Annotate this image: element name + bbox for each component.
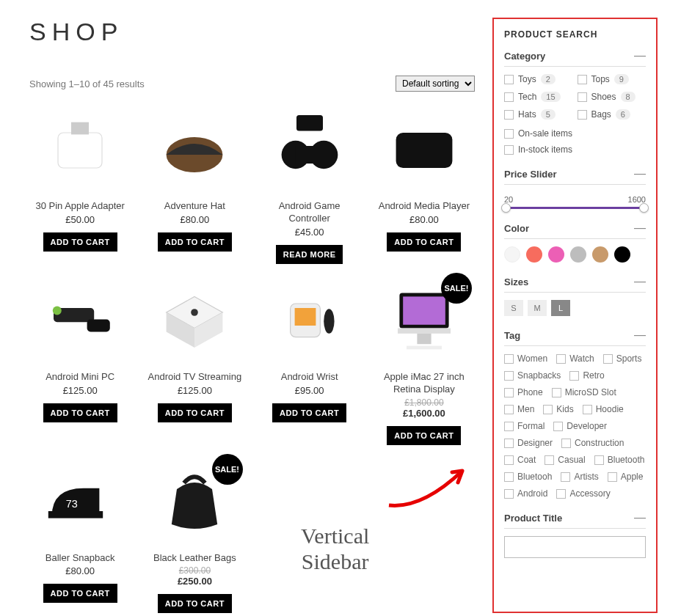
tag-option[interactable]: Construction (561, 438, 624, 448)
size-option[interactable]: L (551, 300, 570, 316)
checkbox-icon[interactable] (504, 92, 514, 102)
product-image[interactable]: 73 (29, 458, 131, 546)
tag-option[interactable]: Retro (569, 370, 604, 381)
color-swatch[interactable] (504, 246, 520, 263)
size-option[interactable]: S (504, 300, 523, 316)
product-name[interactable]: 30 Pin Apple Adapter (29, 200, 131, 213)
checkbox-icon[interactable] (553, 422, 563, 431)
tag-option[interactable]: Phone (504, 387, 543, 397)
collapse-icon[interactable]: — (634, 222, 646, 234)
add-to-cart-button[interactable]: ADD TO CART (43, 403, 117, 422)
tag-option[interactable]: Hoodie (583, 404, 624, 414)
size-option[interactable]: M (528, 300, 547, 316)
checkbox-icon[interactable] (504, 422, 514, 431)
add-to-cart-button[interactable]: ADD TO CART (158, 594, 232, 613)
read-more-button[interactable]: READ MORE (276, 245, 343, 264)
add-to-cart-button[interactable]: ADD TO CART (272, 403, 346, 422)
color-swatch[interactable] (614, 246, 630, 263)
tag-option[interactable]: Men (504, 404, 534, 414)
tag-option[interactable]: Android (504, 488, 547, 499)
checkbox-icon[interactable] (583, 405, 592, 414)
sort-select[interactable]: Default sorting (396, 76, 475, 92)
checkbox-icon[interactable] (504, 129, 514, 139)
tag-option[interactable]: Developer (553, 421, 607, 431)
checkbox-icon[interactable] (552, 388, 561, 397)
checkbox-icon[interactable] (504, 371, 514, 381)
filter-option[interactable]: In-stock items (504, 144, 646, 155)
checkbox-icon[interactable] (561, 472, 570, 482)
tag-option[interactable]: Designer (504, 438, 553, 448)
checkbox-icon[interactable] (504, 439, 514, 448)
checkbox-icon[interactable] (569, 371, 579, 381)
category-option[interactable]: Shoes8 (578, 92, 647, 102)
product-name[interactable]: Android Wrist (259, 371, 360, 384)
tag-option[interactable]: Casual (545, 455, 585, 465)
checkbox-icon[interactable] (543, 405, 553, 414)
tag-option[interactable]: Snapbacks (504, 370, 561, 381)
tag-option[interactable]: Bluetooth (594, 455, 645, 465)
tag-option[interactable]: Kids (543, 404, 573, 414)
checkbox-icon[interactable] (504, 145, 514, 155)
checkbox-icon[interactable] (504, 110, 514, 120)
checkbox-icon[interactable] (578, 110, 587, 120)
add-to-cart-button[interactable]: ADD TO CART (387, 232, 461, 252)
price-slider-track[interactable] (504, 207, 646, 209)
product-image[interactable] (144, 277, 245, 365)
product-name[interactable]: Baller Snapback (29, 552, 131, 565)
checkbox-icon[interactable] (504, 455, 514, 465)
category-option[interactable]: Tech15 (504, 92, 573, 102)
product-image[interactable] (259, 106, 360, 194)
tag-option[interactable]: Artists (561, 472, 598, 482)
product-image[interactable] (374, 106, 475, 194)
product-name[interactable]: Apple iMac 27 inch Retina Display (374, 371, 475, 396)
checkbox-icon[interactable] (545, 455, 554, 465)
product-name[interactable]: Android Mini PC (29, 371, 131, 384)
tag-option[interactable]: Women (504, 353, 547, 364)
category-option[interactable]: Bags6 (578, 109, 647, 120)
checkbox-icon[interactable] (504, 489, 514, 499)
checkbox-icon[interactable] (504, 75, 514, 84)
checkbox-icon[interactable] (578, 75, 587, 84)
product-image[interactable] (259, 277, 360, 365)
category-option[interactable]: Hats5 (504, 109, 573, 120)
product-title-input[interactable] (504, 536, 646, 558)
tag-option[interactable]: Sports (603, 353, 642, 364)
category-option[interactable]: Toys2 (504, 74, 573, 84)
checkbox-icon[interactable] (608, 472, 617, 482)
price-slider-thumb-min[interactable] (501, 203, 511, 213)
tag-option[interactable]: Apple (608, 472, 644, 482)
tag-option[interactable]: Watch (556, 353, 594, 364)
tag-option[interactable]: MicroSD Slot (552, 387, 616, 397)
collapse-icon[interactable]: — (634, 512, 646, 524)
product-name[interactable]: Android Game Controller (259, 200, 360, 225)
checkbox-icon[interactable] (578, 92, 587, 102)
color-swatch[interactable] (526, 246, 542, 263)
checkbox-icon[interactable] (556, 354, 566, 364)
tag-option[interactable]: Coat (504, 455, 536, 465)
price-slider-thumb-max[interactable] (639, 203, 649, 213)
product-image[interactable] (29, 277, 131, 365)
tag-option[interactable]: Formal (504, 421, 545, 431)
add-to-cart-button[interactable]: ADD TO CART (158, 232, 232, 252)
add-to-cart-button[interactable]: ADD TO CART (158, 403, 232, 422)
add-to-cart-button[interactable]: ADD TO CART (387, 426, 461, 445)
category-option[interactable]: Tops9 (578, 74, 647, 84)
checkbox-icon[interactable] (556, 489, 566, 499)
tag-option[interactable]: Accessory (556, 488, 610, 499)
collapse-icon[interactable]: — (634, 276, 646, 287)
checkbox-icon[interactable] (594, 455, 604, 465)
collapse-icon[interactable]: — (634, 168, 646, 180)
checkbox-icon[interactable] (504, 472, 514, 482)
color-swatch[interactable] (592, 246, 608, 263)
tag-option[interactable]: Bluetooh (504, 472, 552, 482)
filter-option[interactable]: On-sale items (504, 128, 646, 139)
checkbox-icon[interactable] (603, 354, 613, 364)
add-to-cart-button[interactable]: ADD TO CART (43, 584, 117, 603)
product-image[interactable] (144, 106, 245, 194)
checkbox-icon[interactable] (504, 354, 514, 364)
product-name[interactable]: Android Media Player (374, 200, 475, 213)
product-name[interactable]: Android TV Streaming (144, 371, 245, 384)
product-image[interactable] (29, 106, 131, 194)
collapse-icon[interactable]: — (634, 329, 646, 341)
checkbox-icon[interactable] (561, 439, 571, 448)
